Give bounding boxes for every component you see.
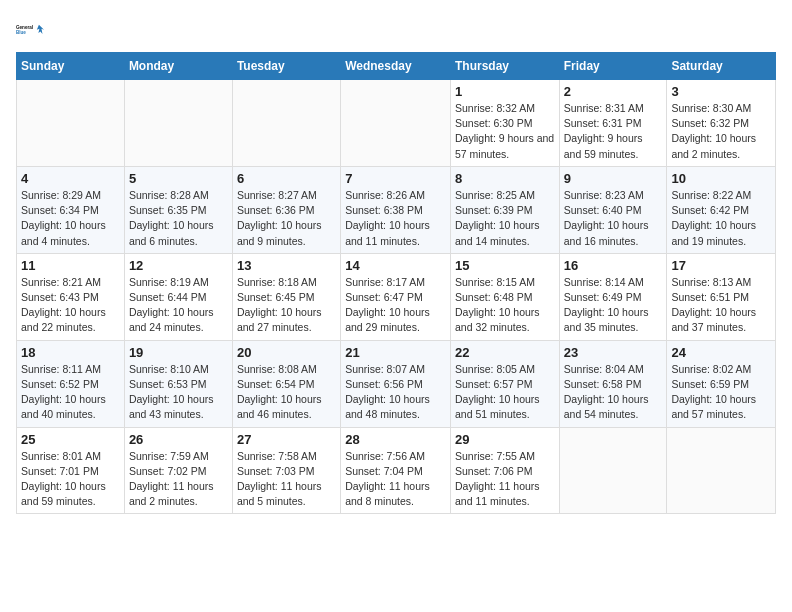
day-info: Sunrise: 8:21 AM Sunset: 6:43 PM Dayligh… xyxy=(21,275,120,336)
weekday-header-thursday: Thursday xyxy=(450,53,559,80)
day-number: 24 xyxy=(671,345,771,360)
day-info: Sunrise: 8:30 AM Sunset: 6:32 PM Dayligh… xyxy=(671,101,771,162)
day-cell: 9Sunrise: 8:23 AM Sunset: 6:40 PM Daylig… xyxy=(559,166,667,253)
day-info: Sunrise: 8:04 AM Sunset: 6:58 PM Dayligh… xyxy=(564,362,663,423)
day-cell: 8Sunrise: 8:25 AM Sunset: 6:39 PM Daylig… xyxy=(450,166,559,253)
logo: GeneralBlue xyxy=(16,16,44,44)
day-number: 16 xyxy=(564,258,663,273)
day-number: 15 xyxy=(455,258,555,273)
day-cell: 23Sunrise: 8:04 AM Sunset: 6:58 PM Dayli… xyxy=(559,340,667,427)
day-number: 26 xyxy=(129,432,228,447)
day-info: Sunrise: 8:22 AM Sunset: 6:42 PM Dayligh… xyxy=(671,188,771,249)
day-number: 8 xyxy=(455,171,555,186)
week-row-5: 25Sunrise: 8:01 AM Sunset: 7:01 PM Dayli… xyxy=(17,427,776,514)
day-number: 17 xyxy=(671,258,771,273)
day-cell xyxy=(232,80,340,167)
day-cell: 7Sunrise: 8:26 AM Sunset: 6:38 PM Daylig… xyxy=(341,166,451,253)
day-cell: 6Sunrise: 8:27 AM Sunset: 6:36 PM Daylig… xyxy=(232,166,340,253)
day-info: Sunrise: 7:55 AM Sunset: 7:06 PM Dayligh… xyxy=(455,449,555,510)
day-cell xyxy=(667,427,776,514)
svg-text:Blue: Blue xyxy=(16,30,26,35)
day-number: 12 xyxy=(129,258,228,273)
day-number: 4 xyxy=(21,171,120,186)
day-info: Sunrise: 8:29 AM Sunset: 6:34 PM Dayligh… xyxy=(21,188,120,249)
day-info: Sunrise: 7:59 AM Sunset: 7:02 PM Dayligh… xyxy=(129,449,228,510)
day-info: Sunrise: 7:56 AM Sunset: 7:04 PM Dayligh… xyxy=(345,449,446,510)
day-info: Sunrise: 8:31 AM Sunset: 6:31 PM Dayligh… xyxy=(564,101,663,162)
day-cell: 26Sunrise: 7:59 AM Sunset: 7:02 PM Dayli… xyxy=(124,427,232,514)
day-info: Sunrise: 8:26 AM Sunset: 6:38 PM Dayligh… xyxy=(345,188,446,249)
week-row-3: 11Sunrise: 8:21 AM Sunset: 6:43 PM Dayli… xyxy=(17,253,776,340)
day-info: Sunrise: 7:58 AM Sunset: 7:03 PM Dayligh… xyxy=(237,449,336,510)
day-cell: 29Sunrise: 7:55 AM Sunset: 7:06 PM Dayli… xyxy=(450,427,559,514)
page-header: GeneralBlue xyxy=(16,16,776,44)
day-number: 28 xyxy=(345,432,446,447)
day-cell xyxy=(17,80,125,167)
weekday-header-tuesday: Tuesday xyxy=(232,53,340,80)
day-number: 21 xyxy=(345,345,446,360)
day-cell xyxy=(341,80,451,167)
weekday-header-monday: Monday xyxy=(124,53,232,80)
day-cell: 19Sunrise: 8:10 AM Sunset: 6:53 PM Dayli… xyxy=(124,340,232,427)
day-number: 18 xyxy=(21,345,120,360)
day-cell: 28Sunrise: 7:56 AM Sunset: 7:04 PM Dayli… xyxy=(341,427,451,514)
day-info: Sunrise: 8:07 AM Sunset: 6:56 PM Dayligh… xyxy=(345,362,446,423)
day-info: Sunrise: 8:02 AM Sunset: 6:59 PM Dayligh… xyxy=(671,362,771,423)
weekday-header-row: SundayMondayTuesdayWednesdayThursdayFrid… xyxy=(17,53,776,80)
day-number: 20 xyxy=(237,345,336,360)
day-cell: 10Sunrise: 8:22 AM Sunset: 6:42 PM Dayli… xyxy=(667,166,776,253)
day-number: 29 xyxy=(455,432,555,447)
weekday-header-sunday: Sunday xyxy=(17,53,125,80)
svg-text:General: General xyxy=(16,25,33,30)
day-number: 22 xyxy=(455,345,555,360)
day-number: 19 xyxy=(129,345,228,360)
day-number: 9 xyxy=(564,171,663,186)
day-cell: 21Sunrise: 8:07 AM Sunset: 6:56 PM Dayli… xyxy=(341,340,451,427)
day-info: Sunrise: 8:14 AM Sunset: 6:49 PM Dayligh… xyxy=(564,275,663,336)
calendar-table: SundayMondayTuesdayWednesdayThursdayFrid… xyxy=(16,52,776,514)
day-cell: 2Sunrise: 8:31 AM Sunset: 6:31 PM Daylig… xyxy=(559,80,667,167)
day-number: 27 xyxy=(237,432,336,447)
week-row-4: 18Sunrise: 8:11 AM Sunset: 6:52 PM Dayli… xyxy=(17,340,776,427)
week-row-1: 1Sunrise: 8:32 AM Sunset: 6:30 PM Daylig… xyxy=(17,80,776,167)
day-info: Sunrise: 8:01 AM Sunset: 7:01 PM Dayligh… xyxy=(21,449,120,510)
day-cell: 15Sunrise: 8:15 AM Sunset: 6:48 PM Dayli… xyxy=(450,253,559,340)
day-info: Sunrise: 8:19 AM Sunset: 6:44 PM Dayligh… xyxy=(129,275,228,336)
day-cell: 4Sunrise: 8:29 AM Sunset: 6:34 PM Daylig… xyxy=(17,166,125,253)
day-cell: 17Sunrise: 8:13 AM Sunset: 6:51 PM Dayli… xyxy=(667,253,776,340)
day-number: 13 xyxy=(237,258,336,273)
day-info: Sunrise: 8:25 AM Sunset: 6:39 PM Dayligh… xyxy=(455,188,555,249)
day-info: Sunrise: 8:05 AM Sunset: 6:57 PM Dayligh… xyxy=(455,362,555,423)
day-info: Sunrise: 8:13 AM Sunset: 6:51 PM Dayligh… xyxy=(671,275,771,336)
week-row-2: 4Sunrise: 8:29 AM Sunset: 6:34 PM Daylig… xyxy=(17,166,776,253)
day-cell: 13Sunrise: 8:18 AM Sunset: 6:45 PM Dayli… xyxy=(232,253,340,340)
logo-icon: GeneralBlue xyxy=(16,16,44,44)
weekday-header-friday: Friday xyxy=(559,53,667,80)
day-info: Sunrise: 8:15 AM Sunset: 6:48 PM Dayligh… xyxy=(455,275,555,336)
day-number: 10 xyxy=(671,171,771,186)
day-cell: 1Sunrise: 8:32 AM Sunset: 6:30 PM Daylig… xyxy=(450,80,559,167)
day-cell: 24Sunrise: 8:02 AM Sunset: 6:59 PM Dayli… xyxy=(667,340,776,427)
day-number: 3 xyxy=(671,84,771,99)
day-number: 11 xyxy=(21,258,120,273)
day-number: 5 xyxy=(129,171,228,186)
day-info: Sunrise: 8:23 AM Sunset: 6:40 PM Dayligh… xyxy=(564,188,663,249)
day-info: Sunrise: 8:32 AM Sunset: 6:30 PM Dayligh… xyxy=(455,101,555,162)
day-info: Sunrise: 8:08 AM Sunset: 6:54 PM Dayligh… xyxy=(237,362,336,423)
weekday-header-wednesday: Wednesday xyxy=(341,53,451,80)
day-number: 2 xyxy=(564,84,663,99)
day-number: 1 xyxy=(455,84,555,99)
day-cell: 12Sunrise: 8:19 AM Sunset: 6:44 PM Dayli… xyxy=(124,253,232,340)
day-info: Sunrise: 8:17 AM Sunset: 6:47 PM Dayligh… xyxy=(345,275,446,336)
weekday-header-saturday: Saturday xyxy=(667,53,776,80)
day-cell xyxy=(124,80,232,167)
day-number: 14 xyxy=(345,258,446,273)
day-number: 6 xyxy=(237,171,336,186)
day-info: Sunrise: 8:10 AM Sunset: 6:53 PM Dayligh… xyxy=(129,362,228,423)
day-info: Sunrise: 8:27 AM Sunset: 6:36 PM Dayligh… xyxy=(237,188,336,249)
day-number: 25 xyxy=(21,432,120,447)
day-cell: 18Sunrise: 8:11 AM Sunset: 6:52 PM Dayli… xyxy=(17,340,125,427)
day-info: Sunrise: 8:18 AM Sunset: 6:45 PM Dayligh… xyxy=(237,275,336,336)
day-cell xyxy=(559,427,667,514)
day-cell: 25Sunrise: 8:01 AM Sunset: 7:01 PM Dayli… xyxy=(17,427,125,514)
